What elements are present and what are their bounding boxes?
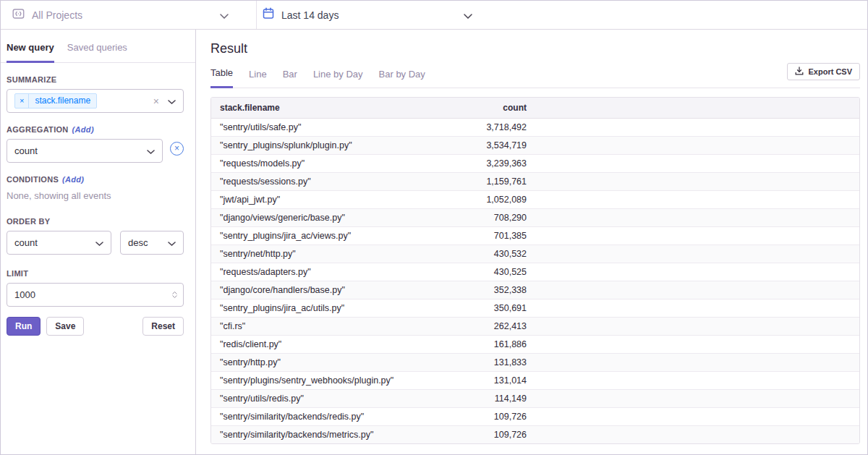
cell-filename: "sentry/net/http.py" [211, 245, 451, 263]
cell-count: 352,338 [451, 281, 535, 299]
cell-filename: "sentry_plugins/jira_ac/views.py" [211, 227, 451, 245]
aggregation-label: AGGREGATION (Add) [7, 125, 184, 134]
cell-count: 131,833 [451, 354, 535, 372]
cell-filename: "jwt/api_jwt.py" [211, 191, 451, 209]
tab-bar-by-day[interactable]: Bar by Day [379, 69, 425, 88]
table-row: "sentry/utils/redis.py"114,149 [211, 390, 859, 408]
table-row: "jwt/api_jwt.py"1,052,089 [211, 191, 859, 209]
tab-line-by-day[interactable]: Line by Day [313, 69, 363, 88]
table-row: "django/views/generic/base.py"708,290 [211, 209, 859, 227]
table-header-row: stack.filename count [211, 98, 859, 119]
aggregation-select[interactable]: count [7, 139, 163, 163]
column-header-filler [535, 98, 859, 119]
table-row: "cfi.rs"262,413 [211, 318, 859, 336]
cell-count: 262,413 [451, 318, 535, 336]
order-by-label: ORDER BY [7, 217, 184, 226]
cell-filename: "requests/models.py" [211, 155, 451, 173]
cell-count: 3,718,492 [451, 119, 535, 137]
sidebar-tabs: New query Saved queries [1, 30, 195, 63]
table-row: "requests/sessions.py"1,159,761 [211, 173, 859, 191]
table-row: "sentry/similarity/backends/redis.py"109… [211, 408, 859, 426]
cell-filler [535, 209, 859, 227]
tag-remove-icon[interactable]: × [15, 94, 29, 108]
result-panel: Result Table Line Bar Line by Day Bar by… [196, 30, 867, 454]
table-row: "sentry/similarity/backends/metrics.py"1… [211, 426, 859, 444]
cell-count: 708,290 [451, 209, 535, 227]
cell-filler [535, 299, 859, 318]
chevron-down-icon [95, 237, 103, 248]
cell-count: 3,239,363 [451, 155, 535, 173]
column-header-filename[interactable]: stack.filename [211, 98, 451, 119]
cell-filename: "sentry_plugins/splunk/plugin.py" [211, 137, 451, 155]
cell-filler [535, 173, 859, 191]
tab-saved-queries[interactable]: Saved queries [67, 42, 127, 62]
cell-filler [535, 227, 859, 245]
reset-button[interactable]: Reset [142, 317, 184, 336]
cell-count: 161,886 [451, 336, 535, 354]
tab-line[interactable]: Line [249, 69, 267, 88]
project-selector[interactable]: All Projects [1, 1, 257, 29]
cell-filler [535, 119, 859, 137]
tab-table[interactable]: Table [210, 67, 233, 88]
date-range-label: Last 14 days [281, 9, 339, 21]
number-spinner[interactable] [172, 292, 177, 298]
tab-bar[interactable]: Bar [283, 69, 297, 88]
cell-count: 701,385 [451, 227, 535, 245]
cell-filename: "redis/client.py" [211, 336, 451, 354]
cell-filename: "requests/sessions.py" [211, 173, 451, 191]
query-sidebar: New query Saved queries SUMMARIZE × stac… [1, 30, 196, 454]
cell-filename: "django/core/handlers/base.py" [211, 281, 451, 299]
discover-query-window: All Projects Last 14 days [0, 0, 868, 455]
clear-icon[interactable]: × [153, 95, 159, 107]
column-header-count[interactable]: count [451, 98, 535, 119]
cell-count: 109,726 [451, 408, 535, 426]
cell-count: 430,525 [451, 263, 535, 281]
save-button[interactable]: Save [46, 317, 84, 336]
table-row: "sentry/utils/safe.py"3,718,492 [211, 119, 859, 137]
order-by-direction-select[interactable]: desc [120, 231, 184, 255]
run-button[interactable]: Run [7, 317, 41, 336]
projects-icon [12, 8, 25, 22]
cell-filename: "sentry/utils/safe.py" [211, 119, 451, 137]
remove-aggregation-icon[interactable]: × [170, 142, 184, 156]
table-row: "sentry_plugins/jira_ac/utils.py"350,691 [211, 299, 859, 318]
table-row: "requests/models.py"3,239,363 [211, 155, 859, 173]
cell-count: 3,534,719 [451, 137, 535, 155]
cell-filename: "sentry/utils/redis.py" [211, 390, 451, 408]
order-by-field-select[interactable]: count [7, 231, 111, 255]
cell-filler [535, 336, 859, 354]
top-bar: All Projects Last 14 days [1, 1, 867, 30]
page-title: Result [210, 41, 860, 56]
cell-filename: "sentry_plugins/jira_ac/utils.py" [211, 299, 451, 318]
cell-filler [535, 263, 859, 281]
export-csv-button[interactable]: Export CSV [787, 63, 860, 80]
summarize-select[interactable]: × stack.filename × [7, 89, 184, 113]
conditions-empty-text: None, showing all events [7, 190, 184, 201]
cell-filler [535, 155, 859, 173]
cell-count: 131,014 [451, 372, 535, 390]
project-selector-label: All Projects [32, 9, 82, 21]
date-range-selector[interactable]: Last 14 days [257, 1, 482, 29]
cell-filler [535, 318, 859, 336]
table-row: "requests/adapters.py"430,525 [211, 263, 859, 281]
aggregation-add-link[interactable]: (Add) [72, 125, 94, 134]
cell-filename: "django/views/generic/base.py" [211, 209, 451, 227]
limit-input[interactable]: 1000 [7, 283, 184, 307]
cell-filler [535, 354, 859, 372]
cell-filler [535, 372, 859, 390]
result-tabs: Table Line Bar Line by Day Bar by Day Ex… [210, 67, 860, 88]
cell-filler [535, 281, 859, 299]
chevron-down-icon [220, 9, 229, 22]
tab-new-query[interactable]: New query [7, 42, 54, 63]
conditions-label: CONDITIONS (Add) [7, 175, 184, 184]
cell-count: 350,691 [451, 299, 535, 318]
cell-count: 1,052,089 [451, 191, 535, 209]
cell-filename: "requests/adapters.py" [211, 263, 451, 281]
cell-count: 109,726 [451, 426, 535, 444]
table-row: "django/core/handlers/base.py"352,338 [211, 281, 859, 299]
conditions-add-link[interactable]: (Add) [62, 175, 84, 184]
limit-label: LIMIT [7, 269, 184, 278]
table-row: "sentry_plugins/jira_ac/views.py"701,385 [211, 227, 859, 245]
cell-filename: "sentry/similarity/backends/metrics.py" [211, 426, 451, 444]
cell-filename: "sentry/plugins/sentry_webhooks/plugin.p… [211, 372, 451, 390]
